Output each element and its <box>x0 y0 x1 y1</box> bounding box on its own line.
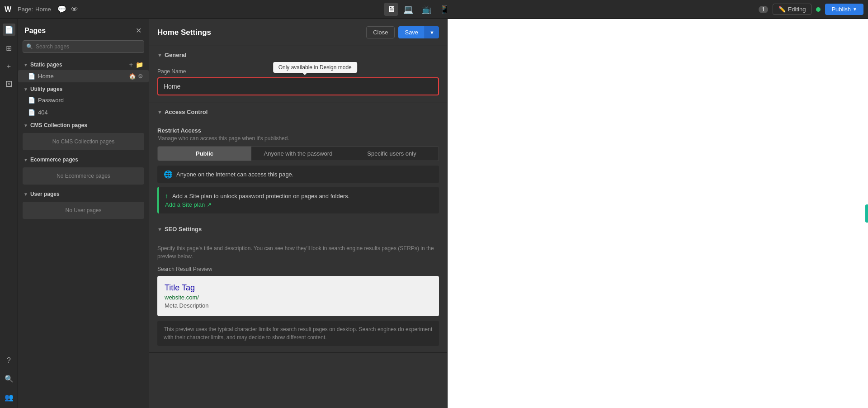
publish-label: Publish <box>831 6 851 13</box>
search-input[interactable] <box>23 40 144 53</box>
page-item-password[interactable]: 📄 Password <box>18 94 149 106</box>
general-section-header[interactable]: ▼ General <box>149 46 447 64</box>
access-info-text: Anyone on the internet can access this p… <box>176 171 293 178</box>
sidebar-icon-layers[interactable]: ⊞ <box>4 42 14 54</box>
sidebar-icon-search[interactable]: 🔍 <box>3 373 15 385</box>
status-indicator <box>816 7 821 12</box>
cms-pages-header[interactable]: ▼ CMS Collection pages <box>18 119 149 130</box>
sidebar-icon-add[interactable]: + <box>5 61 13 72</box>
sidebar-icons: 📄 ⊞ + 🖼 ? 🔍 👥 <box>0 19 18 408</box>
editing-label: Editing <box>788 6 806 13</box>
pages-title: Pages <box>24 27 46 35</box>
close-pages-button[interactable]: ✕ <box>135 25 142 36</box>
pencil-icon: ✏️ <box>778 6 786 13</box>
access-title: Restrict Access <box>157 127 439 134</box>
general-section-content: Page Name Only available in Design mode <box>149 64 447 103</box>
canvas-area <box>448 19 868 408</box>
notification-badge[interactable]: 1 <box>759 6 768 13</box>
topbar-right: 1 ✏️ Editing Publish ▼ <box>759 4 863 15</box>
upgrade-link[interactable]: Add a Site plan ↗ <box>165 201 433 208</box>
access-tab-specific[interactable]: Specific users only <box>345 147 439 161</box>
access-section-arrow: ▼ <box>157 109 162 115</box>
search-box: 🔍 <box>23 40 144 53</box>
editing-button[interactable]: ✏️ Editing <box>773 4 812 15</box>
page-item-home[interactable]: 📄 Home 🏠 ⚙ <box>18 70 149 82</box>
seo-section-header[interactable]: ▼ SEO Settings <box>149 220 447 238</box>
static-pages-label: Static pages <box>30 62 62 68</box>
static-pages-actions: + 📁 <box>129 61 143 68</box>
access-tab-public[interactable]: Public <box>158 147 251 161</box>
mobile-btn[interactable]: 📱 <box>437 3 452 16</box>
device-switcher: 🖥 💻 📺 📱 <box>82 3 755 16</box>
preview-icon[interactable]: 👁 <box>71 5 78 14</box>
sidebar-icon-pages[interactable]: 📄 <box>3 24 15 36</box>
access-control-content: Restrict Access Manage who can access th… <box>149 121 447 220</box>
teal-scroll-bar <box>865 204 868 223</box>
main-layout: 📄 ⊞ + 🖼 ? 🔍 👥 Pages ✕ 🔍 ▼ Static pages +… <box>0 19 868 408</box>
upgrade-box: ↑ Add a Site plan to unlock password pro… <box>157 187 439 213</box>
page-name: Home <box>35 6 51 13</box>
page-name-input[interactable] <box>157 77 439 95</box>
general-section-label: General <box>165 52 186 58</box>
seo-preview-url: website.com/ <box>165 294 432 301</box>
page-settings-icon[interactable]: ⚙ <box>138 73 143 80</box>
user-pages-label: User pages <box>30 191 60 197</box>
publish-arrow-icon: ▼ <box>853 7 857 12</box>
seo-section-arrow: ▼ <box>157 227 162 232</box>
page-doc-icon-404: 📄 <box>28 109 35 116</box>
settings-header: Home Settings Close Save ▼ <box>149 19 447 46</box>
general-section: ▼ General Page Name Only available in De… <box>149 46 447 103</box>
publish-button[interactable]: Publish ▼ <box>825 4 863 15</box>
topbar: W Page: Home 💬 👁 🖥 💻 📺 📱 1 ✏️ Editing Pu… <box>0 0 868 19</box>
desktop-btn[interactable]: 🖥 <box>384 3 398 16</box>
utility-pages-header[interactable]: ▼ Utility pages <box>18 82 149 94</box>
no-user-pages: No User pages <box>23 202 144 219</box>
access-tab-password[interactable]: Anyone with the password <box>251 147 345 161</box>
settings-title: Home Settings <box>157 28 211 37</box>
access-control-section: ▼ Access Control Restrict Access Manage … <box>149 103 447 220</box>
tooltip: Only available in Design mode <box>273 62 357 73</box>
close-settings-button[interactable]: Close <box>366 26 395 38</box>
sidebar-icon-help[interactable]: ? <box>5 355 13 366</box>
page-item-404[interactable]: 📄 404 <box>18 106 149 119</box>
user-pages-header[interactable]: ▼ User pages <box>18 187 149 199</box>
access-tabs: Public Anyone with the password Specific… <box>157 146 439 161</box>
seo-description: Specify this page's title and descriptio… <box>157 244 439 261</box>
general-section-arrow: ▼ <box>157 52 162 58</box>
save-button[interactable]: Save <box>398 26 425 38</box>
ecommerce-pages-header[interactable]: ▼ Ecommerce pages <box>18 153 149 165</box>
upgrade-icon: ↑ <box>165 192 168 199</box>
no-cms-pages: No CMS Collection pages <box>23 133 144 150</box>
seo-meta-description: Meta Description <box>165 302 432 309</box>
page-item-label-password: Password <box>38 97 143 104</box>
settings-panel: Home Settings Close Save ▼ ▼ General Pag… <box>149 19 448 408</box>
comment-icon[interactable]: 💬 <box>57 5 66 14</box>
add-static-page-icon[interactable]: + <box>129 61 133 68</box>
seo-preview-label: Search Result Preview <box>157 266 439 272</box>
ecommerce-pages-label: Ecommerce pages <box>30 157 78 163</box>
ecommerce-pages-arrow: ▼ <box>24 157 28 162</box>
page-item-label: Home <box>38 73 126 80</box>
access-section-header[interactable]: ▼ Access Control <box>149 103 447 121</box>
breadcrumb: Page: Home <box>18 6 51 13</box>
home-icon[interactable]: 🏠 <box>129 73 136 80</box>
upgrade-text: Add a Site plan to unlock password prote… <box>172 193 349 199</box>
access-info-box: 🌐 Anyone on the internet can access this… <box>157 166 439 183</box>
utility-pages-label: Utility pages <box>30 86 62 92</box>
static-pages-header[interactable]: ▼ Static pages + 📁 <box>18 57 149 70</box>
globe-icon: 🌐 <box>164 170 173 179</box>
folder-static-page-icon[interactable]: 📁 <box>136 61 143 68</box>
access-description: Manage who can access this page when it'… <box>157 135 439 142</box>
pages-header: Pages ✕ <box>18 19 149 40</box>
sidebar-icon-users[interactable]: 👥 <box>3 391 15 403</box>
tv-btn[interactable]: 📺 <box>419 3 434 16</box>
save-dropdown-button[interactable]: ▼ <box>425 26 439 38</box>
cms-pages-label: CMS Collection pages <box>30 122 87 128</box>
page-doc-icon: 📄 <box>28 73 35 80</box>
static-pages-arrow: ▼ <box>24 62 28 67</box>
laptop-btn[interactable]: 💻 <box>401 3 416 16</box>
user-pages-arrow: ▼ <box>24 192 28 197</box>
topbar-icons: 💬 👁 <box>57 5 78 14</box>
seo-section-label: SEO Settings <box>165 226 202 232</box>
sidebar-icon-assets[interactable]: 🖼 <box>4 79 14 90</box>
